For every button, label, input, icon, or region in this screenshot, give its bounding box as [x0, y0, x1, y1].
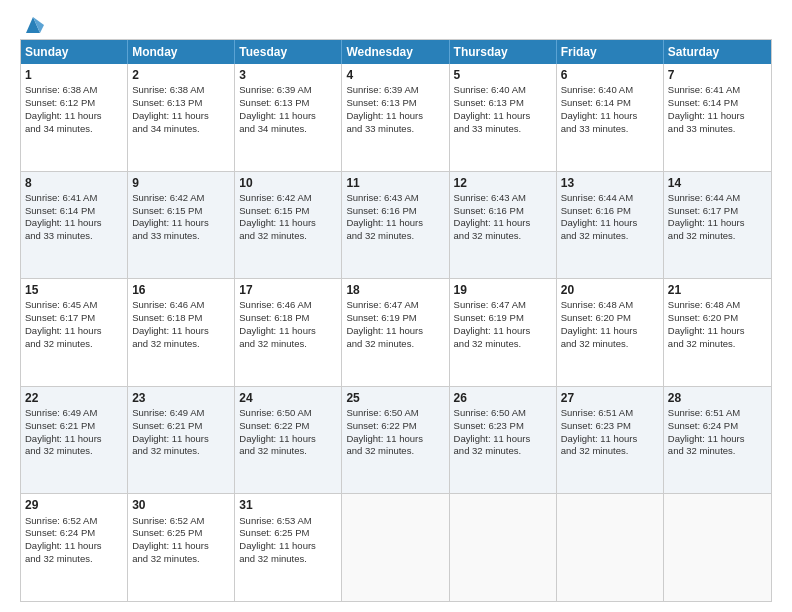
day-info-line: Sunset: 6:20 PM: [561, 312, 659, 325]
day-cell-2: 2Sunrise: 6:38 AMSunset: 6:13 PMDaylight…: [128, 64, 235, 171]
day-info-line: Sunset: 6:13 PM: [132, 97, 230, 110]
day-info-line: Sunrise: 6:39 AM: [346, 84, 444, 97]
header-day-wednesday: Wednesday: [342, 40, 449, 64]
day-info-line: and 32 minutes.: [668, 445, 767, 458]
day-cell-17: 17Sunrise: 6:46 AMSunset: 6:18 PMDayligh…: [235, 279, 342, 386]
header-day-thursday: Thursday: [450, 40, 557, 64]
day-info-line: and 32 minutes.: [668, 230, 767, 243]
day-info-line: and 33 minutes.: [346, 123, 444, 136]
day-info-line: and 33 minutes.: [25, 230, 123, 243]
day-info-line: Sunrise: 6:38 AM: [25, 84, 123, 97]
day-number: 1: [25, 67, 123, 83]
day-info-line: Sunset: 6:14 PM: [561, 97, 659, 110]
day-number: 30: [132, 497, 230, 513]
day-info-line: and 32 minutes.: [239, 445, 337, 458]
calendar-row-3: 15Sunrise: 6:45 AMSunset: 6:17 PMDayligh…: [21, 278, 771, 386]
day-cell-1: 1Sunrise: 6:38 AMSunset: 6:12 PMDaylight…: [21, 64, 128, 171]
day-info-line: Sunrise: 6:44 AM: [668, 192, 767, 205]
day-info-line: and 32 minutes.: [239, 230, 337, 243]
day-cell-20: 20Sunrise: 6:48 AMSunset: 6:20 PMDayligh…: [557, 279, 664, 386]
day-info-line: and 33 minutes.: [561, 123, 659, 136]
page: SundayMondayTuesdayWednesdayThursdayFrid…: [0, 0, 792, 612]
day-info-line: Daylight: 11 hours: [668, 325, 767, 338]
day-number: 6: [561, 67, 659, 83]
day-info-line: Sunrise: 6:52 AM: [132, 515, 230, 528]
day-info-line: Daylight: 11 hours: [132, 217, 230, 230]
day-info-line: Sunrise: 6:40 AM: [561, 84, 659, 97]
day-info-line: Daylight: 11 hours: [668, 110, 767, 123]
day-number: 27: [561, 390, 659, 406]
day-cell-3: 3Sunrise: 6:39 AMSunset: 6:13 PMDaylight…: [235, 64, 342, 171]
empty-cell-r4c5: [557, 494, 664, 601]
day-number: 22: [25, 390, 123, 406]
day-number: 10: [239, 175, 337, 191]
day-info-line: Daylight: 11 hours: [346, 217, 444, 230]
day-cell-24: 24Sunrise: 6:50 AMSunset: 6:22 PMDayligh…: [235, 387, 342, 494]
day-number: 24: [239, 390, 337, 406]
day-cell-15: 15Sunrise: 6:45 AMSunset: 6:17 PMDayligh…: [21, 279, 128, 386]
calendar-row-5: 29Sunrise: 6:52 AMSunset: 6:24 PMDayligh…: [21, 493, 771, 601]
day-info-line: Sunrise: 6:48 AM: [561, 299, 659, 312]
header-day-monday: Monday: [128, 40, 235, 64]
day-number: 23: [132, 390, 230, 406]
day-info-line: and 33 minutes.: [454, 123, 552, 136]
day-info-line: Sunrise: 6:49 AM: [25, 407, 123, 420]
day-info-line: and 32 minutes.: [346, 338, 444, 351]
day-info-line: Daylight: 11 hours: [25, 110, 123, 123]
day-cell-28: 28Sunrise: 6:51 AMSunset: 6:24 PMDayligh…: [664, 387, 771, 494]
header-day-sunday: Sunday: [21, 40, 128, 64]
day-cell-5: 5Sunrise: 6:40 AMSunset: 6:13 PMDaylight…: [450, 64, 557, 171]
day-info-line: Daylight: 11 hours: [25, 433, 123, 446]
day-info-line: and 32 minutes.: [132, 445, 230, 458]
day-info-line: and 32 minutes.: [561, 445, 659, 458]
day-info-line: Sunrise: 6:40 AM: [454, 84, 552, 97]
day-info-line: and 32 minutes.: [668, 338, 767, 351]
day-info-line: Sunset: 6:16 PM: [454, 205, 552, 218]
day-info-line: Sunrise: 6:39 AM: [239, 84, 337, 97]
day-number: 5: [454, 67, 552, 83]
day-info-line: Sunrise: 6:43 AM: [346, 192, 444, 205]
day-info-line: Daylight: 11 hours: [239, 110, 337, 123]
day-info-line: Sunrise: 6:47 AM: [454, 299, 552, 312]
day-info-line: Sunrise: 6:53 AM: [239, 515, 337, 528]
day-info-line: Sunset: 6:18 PM: [239, 312, 337, 325]
day-info-line: Sunrise: 6:38 AM: [132, 84, 230, 97]
day-info-line: Sunrise: 6:51 AM: [668, 407, 767, 420]
day-info-line: Sunset: 6:22 PM: [346, 420, 444, 433]
day-info-line: Sunset: 6:24 PM: [25, 527, 123, 540]
day-info-line: Daylight: 11 hours: [239, 433, 337, 446]
day-info-line: Sunrise: 6:46 AM: [239, 299, 337, 312]
day-number: 19: [454, 282, 552, 298]
day-number: 31: [239, 497, 337, 513]
day-info-line: Daylight: 11 hours: [561, 325, 659, 338]
calendar-body: 1Sunrise: 6:38 AMSunset: 6:12 PMDaylight…: [21, 64, 771, 601]
day-info-line: Daylight: 11 hours: [346, 325, 444, 338]
day-info-line: Sunset: 6:13 PM: [454, 97, 552, 110]
calendar: SundayMondayTuesdayWednesdayThursdayFrid…: [20, 39, 772, 602]
day-number: 26: [454, 390, 552, 406]
day-info-line: Sunset: 6:19 PM: [454, 312, 552, 325]
day-info-line: Sunset: 6:20 PM: [668, 312, 767, 325]
day-info-line: Sunrise: 6:46 AM: [132, 299, 230, 312]
calendar-row-1: 1Sunrise: 6:38 AMSunset: 6:12 PMDaylight…: [21, 64, 771, 171]
day-info-line: and 33 minutes.: [132, 230, 230, 243]
day-number: 8: [25, 175, 123, 191]
day-cell-11: 11Sunrise: 6:43 AMSunset: 6:16 PMDayligh…: [342, 172, 449, 279]
day-info-line: Sunset: 6:13 PM: [239, 97, 337, 110]
calendar-row-4: 22Sunrise: 6:49 AMSunset: 6:21 PMDayligh…: [21, 386, 771, 494]
day-info-line: Daylight: 11 hours: [239, 540, 337, 553]
day-info-line: Daylight: 11 hours: [668, 217, 767, 230]
day-info-line: Sunset: 6:23 PM: [454, 420, 552, 433]
day-info-line: Sunset: 6:15 PM: [239, 205, 337, 218]
day-info-line: and 32 minutes.: [561, 338, 659, 351]
day-number: 3: [239, 67, 337, 83]
day-info-line: and 32 minutes.: [239, 553, 337, 566]
day-info-line: Sunrise: 6:50 AM: [346, 407, 444, 420]
day-cell-23: 23Sunrise: 6:49 AMSunset: 6:21 PMDayligh…: [128, 387, 235, 494]
empty-cell-r4c3: [342, 494, 449, 601]
day-cell-31: 31Sunrise: 6:53 AMSunset: 6:25 PMDayligh…: [235, 494, 342, 601]
day-info-line: Daylight: 11 hours: [132, 433, 230, 446]
header-day-saturday: Saturday: [664, 40, 771, 64]
day-cell-12: 12Sunrise: 6:43 AMSunset: 6:16 PMDayligh…: [450, 172, 557, 279]
day-info-line: Sunrise: 6:50 AM: [239, 407, 337, 420]
